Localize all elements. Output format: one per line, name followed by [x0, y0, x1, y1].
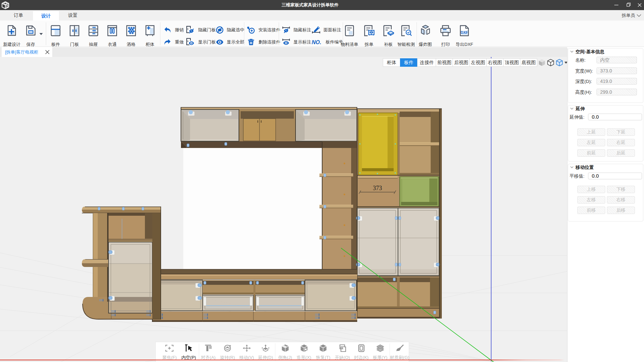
svg-text:373: 373	[373, 185, 382, 191]
svg-text:DXF: DXF	[461, 30, 468, 34]
svg-text:NO.: NO.	[312, 39, 321, 45]
